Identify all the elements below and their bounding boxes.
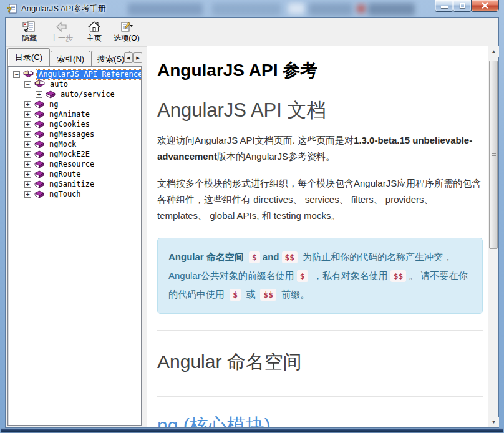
intro-paragraph: 欢迎访问AngularJS API文档页面. 这些页面是对1.3.0-beta.… [157,132,483,165]
expand-icon[interactable]: + [24,141,31,148]
tab-scroll-left-icon[interactable]: ◀ [124,52,133,63]
code-dollar: $ [297,270,308,282]
expand-icon[interactable]: + [24,151,31,158]
note-text: ，私有对象名使用 [311,270,388,281]
book-closed-icon [34,100,44,109]
nav-tabs: 目录(C)索引(N)搜索(S) ◀ ▶ [6,47,143,64]
tree-item-label[interactable]: AngularJS API Reference [37,70,142,79]
tree-item-label[interactable]: ngResource [47,160,96,169]
organization-paragraph: 文档按多个模块的形式进行组织，每个模块包含AngularJS应用程序所需的包含各… [157,175,483,225]
tree-item-label[interactable]: ngRoute [47,170,83,179]
expand-icon[interactable]: + [24,131,31,138]
namespace-section-title: Angular 命名空间 [157,349,483,375]
main-area: 目录(C)索引(N)搜索(S) ◀ ▶ −AngularJS API Refer… [6,47,498,427]
tree-item-label[interactable]: ngMockE2E [47,150,92,159]
scrollbar-thumb[interactable] [489,61,498,249]
book-closed-icon [34,160,44,168]
divider [157,330,483,331]
tree-item[interactable]: +ngSanitize [8,179,141,189]
page-title: AngularJS API 参考 [157,59,483,82]
tree-item[interactable]: +ngMessages [8,129,141,139]
tree-item[interactable]: +ng [8,99,141,109]
tree-item-label[interactable]: ngMessages [47,130,96,139]
note-lead: Angular 命名空间 [168,251,244,262]
tree-item[interactable]: +ngMockE2E [8,149,141,159]
client-area: 隐藏 上一步 主页 [5,17,499,428]
tree-item[interactable]: +ngTouch [8,189,141,199]
divider [157,396,483,397]
book-closed-icon [34,150,44,158]
expand-icon[interactable]: + [24,161,31,168]
tree-item-label[interactable]: ngSanitize [47,180,96,189]
book-closed-icon [46,90,56,99]
book-closed-icon [34,170,44,178]
expand-icon[interactable]: + [24,121,31,128]
expand-icon[interactable]: + [24,111,31,118]
options-button-label: 选项(O) [114,33,139,44]
tree-item-label[interactable]: ngAnimate [47,110,92,119]
tree-item[interactable]: +ngRoute [8,169,141,179]
tree-item[interactable]: +ngResource [8,159,141,169]
options-icon [120,21,133,33]
tree-item-label[interactable]: auto [48,80,70,89]
code-dollar: $ [249,251,260,263]
restore-icon [460,3,465,8]
book-closed-icon [34,190,44,198]
toolbar: 隐藏 上一步 主页 [6,18,498,47]
help-viewer-window: ? AngularJS API参考手册 [0,0,504,433]
expand-icon[interactable]: + [24,171,31,178]
expand-icon[interactable]: + [24,191,31,198]
code-double-dollar: $$ [390,270,407,282]
home-button-label: 主页 [87,33,102,44]
hide-button-label: 隐藏 [22,33,37,44]
note-text: 或 [243,289,258,299]
expand-icon[interactable]: + [24,101,31,108]
tree-item[interactable]: +auto/service [8,89,141,99]
home-icon [87,21,101,33]
restore-button[interactable] [453,0,472,12]
collapse-icon[interactable]: − [13,71,20,78]
book-closed-icon [34,140,44,148]
tree-item[interactable]: −AngularJS API Reference [8,69,141,79]
tree-item[interactable]: +ngCookies [8,119,141,129]
back-button-label: 上一步 [51,33,73,44]
book-closed-icon [34,180,44,188]
tree-item[interactable]: +ngAnimate [8,109,141,119]
tab-scroll-right-icon[interactable]: ▶ [133,52,142,63]
home-button[interactable]: 主页 [78,20,110,44]
tree-item-label[interactable]: ngMock [47,140,78,149]
titlebar[interactable]: ? AngularJS API参考手册 [0,0,504,17]
minimize-icon [441,6,448,8]
minimize-button[interactable] [435,0,453,12]
tree-item-label[interactable]: ngCookies [47,120,92,129]
book-open-icon [34,80,45,89]
svg-text:?: ? [7,5,12,14]
tree-item-label[interactable]: ng [47,100,60,109]
namespace-note: Angular 命名空间 $and$$ 为防止和你的代码的名称产生冲突，Angu… [157,238,483,314]
close-button[interactable] [471,0,499,12]
back-icon [55,21,69,33]
expand-icon[interactable]: + [24,181,31,188]
hide-button[interactable]: 隐藏 [13,20,46,44]
chm-help-icon: ? [7,4,17,14]
tree-item-label[interactable]: ngTouch [47,190,83,199]
contents-tree: −AngularJS API Reference−auto+auto/servi… [7,66,142,426]
options-button[interactable]: 选项(O) [110,20,143,44]
scroll-down-icon[interactable]: ▼ [488,417,499,427]
tab-contents[interactable]: 目录(C) [7,48,50,66]
tree-item[interactable]: +ngMock [8,139,141,149]
tab-index[interactable]: 索引(N) [51,51,90,66]
code-dollar: $ [230,289,241,301]
scroll-up-icon[interactable]: ▲ [488,46,499,57]
tree-item-label[interactable]: auto/service [59,90,117,99]
content-scrollbar[interactable]: ▲ ▼ [488,46,498,427]
tree-item[interactable]: −auto [8,79,141,89]
collapse-icon[interactable]: − [24,81,31,88]
window-title: AngularJS API参考手册 [21,3,106,14]
close-icon [472,0,498,11]
expand-icon[interactable]: + [36,91,42,98]
hide-icon [22,21,36,33]
book-closed-icon [34,130,44,139]
ng-module-title[interactable]: ng (核心模块) [157,413,483,427]
back-button[interactable]: 上一步 [46,20,78,44]
